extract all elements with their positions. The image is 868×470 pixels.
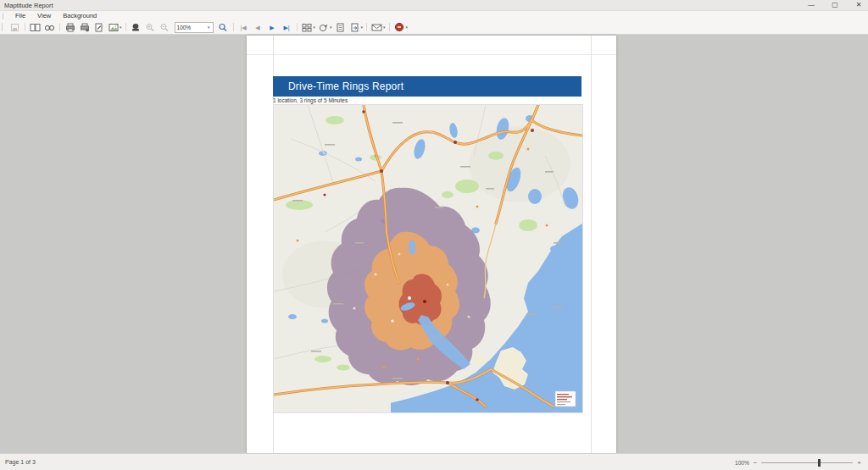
- facing-pages-icon[interactable]: [29, 22, 42, 33]
- zoom-in-icon[interactable]: [144, 22, 157, 33]
- margin-guide-right: [591, 36, 592, 453]
- toolbar-grip: [2, 23, 5, 31]
- zoom-slider[interactable]: [761, 462, 853, 463]
- map-image: [274, 105, 582, 412]
- stop-icon[interactable]: [393, 22, 406, 33]
- zoom-out-button[interactable]: −: [754, 459, 758, 467]
- zoom-out-icon[interactable]: [159, 22, 171, 33]
- maximize-button[interactable]: ▢: [829, 1, 841, 9]
- page-options-caret[interactable]: ▾: [361, 25, 364, 30]
- stop-caret[interactable]: ▾: [406, 25, 409, 30]
- export-icon[interactable]: [317, 22, 330, 33]
- zoom-slider-thumb[interactable]: [818, 459, 821, 467]
- print-icon[interactable]: [64, 22, 76, 33]
- margin-guide-top: [247, 54, 616, 55]
- prev-page-icon[interactable]: ◀: [252, 22, 264, 33]
- menu-file[interactable]: File: [9, 12, 31, 19]
- report-subtitle: 1 location, 3 rings of 5 Minutes: [273, 97, 348, 103]
- report-title: Drive-Time Rings Report: [288, 80, 403, 92]
- drive-time-map: [273, 104, 583, 413]
- window-controls: — ▢ ✕: [805, 0, 865, 10]
- print-setup-icon[interactable]: [78, 22, 91, 33]
- last-page-icon[interactable]: ▶|: [281, 22, 293, 33]
- zoom-in-button[interactable]: +: [857, 459, 861, 467]
- next-page-icon[interactable]: ▶: [266, 22, 279, 33]
- page-options-icon[interactable]: [348, 22, 361, 33]
- email-icon[interactable]: [370, 22, 383, 33]
- status-zoom-label: 100%: [735, 460, 749, 466]
- window-title: Maptitude Report: [4, 2, 53, 9]
- minimize-button[interactable]: —: [805, 1, 817, 9]
- zoom-level-combo[interactable]: 100% ▾: [175, 22, 214, 33]
- zoom-combo-caret[interactable]: ▾: [208, 25, 210, 30]
- find-icon[interactable]: [43, 22, 56, 33]
- export-caret[interactable]: ▾: [330, 25, 332, 30]
- menu-view[interactable]: View: [31, 12, 57, 19]
- lake-in-ring: [409, 240, 415, 255]
- title-bar: Maptitude Report — ▢ ✕: [0, 0, 868, 11]
- multi-page-view-icon[interactable]: [301, 22, 314, 33]
- page-setup-icon[interactable]: [92, 22, 105, 33]
- menu-grip: [3, 13, 6, 19]
- report-banner: Drive-Time Rings Report: [273, 76, 581, 97]
- insert-picture-icon[interactable]: [107, 22, 120, 33]
- page-indicator: Page 1 of 3: [5, 459, 36, 465]
- insert-picture-caret[interactable]: ▾: [120, 25, 122, 30]
- status-bar: Page 1 of 3 100% − +: [0, 453, 868, 470]
- toolbar: ▾ 100% ▾ |◀ ◀ ▶ ▶| ▾ ▾ ▾ ▾ ▾: [0, 20, 868, 35]
- zoom-tool-icon[interactable]: [217, 22, 230, 33]
- first-page-icon[interactable]: |◀: [237, 22, 250, 33]
- close-button[interactable]: ✕: [853, 1, 865, 9]
- zoom-widget: 100% − +: [735, 454, 861, 470]
- zoom-level-value: 100%: [177, 25, 192, 30]
- map-attribution-box: [555, 391, 576, 406]
- multi-page-caret[interactable]: ▾: [314, 25, 316, 30]
- report-page-icon[interactable]: [334, 22, 347, 33]
- stamp-icon[interactable]: [130, 22, 142, 33]
- email-caret[interactable]: ▾: [383, 25, 386, 30]
- menu-bar: File View Background: [0, 11, 868, 20]
- report-canvas: Drive-Time Rings Report 1 location, 3 ri…: [0, 35, 868, 453]
- report-page: Drive-Time Rings Report 1 location, 3 ri…: [247, 36, 616, 453]
- save-report-icon[interactable]: [8, 22, 21, 33]
- menu-background[interactable]: Background: [57, 12, 103, 19]
